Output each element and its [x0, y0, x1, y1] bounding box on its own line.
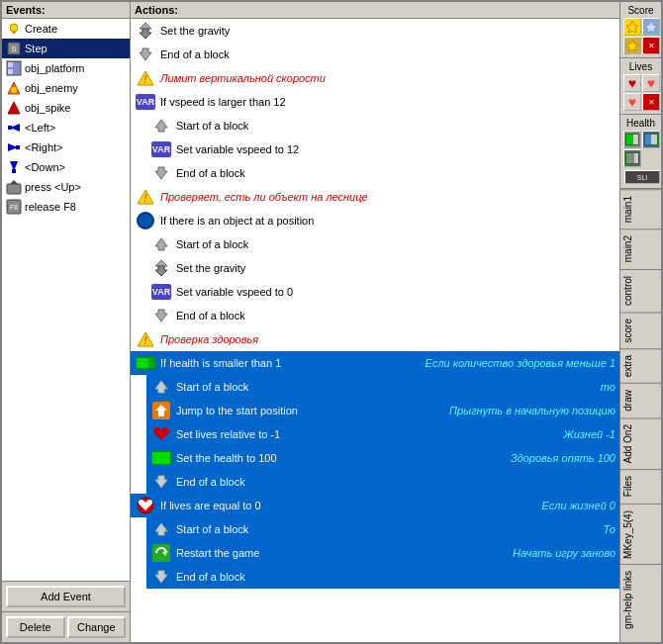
- event-release-f8[interactable]: F8 release F8: [2, 197, 130, 217]
- tab-score[interactable]: score: [620, 312, 661, 348]
- lives-icon-3[interactable]: ♥: [623, 93, 641, 111]
- action-start-block-1[interactable]: Start of a block: [146, 114, 619, 138]
- action-end-block-text-3: End of a block: [176, 310, 616, 322]
- action-end-block-4[interactable]: End of a block: [146, 470, 619, 494]
- tab-control[interactable]: control: [620, 269, 661, 312]
- action-set-vspeed-0-text: Set variable vspeed to 0: [176, 286, 616, 298]
- gravity-icon-1: [135, 20, 156, 42]
- event-obj-spike[interactable]: obj_spike: [2, 98, 130, 118]
- event-down-label: <Down>: [25, 161, 65, 173]
- var-icon-3: VAR: [150, 281, 172, 303]
- action-set-gravity-text-2: Set the gravity: [176, 262, 616, 274]
- action-if-lives-comment: Если жизней 0: [542, 500, 616, 511]
- warning-icon-1: !: [135, 67, 156, 89]
- tab-extra[interactable]: extra: [620, 348, 661, 383]
- tab-addon2[interactable]: Add On2: [620, 417, 661, 469]
- platform-icon: [6, 60, 22, 76]
- end-block-icon-1: [135, 44, 156, 65]
- event-obj-enemy[interactable]: obj_enemy: [2, 78, 130, 98]
- health-icon-3[interactable]: [623, 149, 641, 167]
- action-if-health[interactable]: If health is smaller than 1 Если количес…: [131, 351, 619, 375]
- action-start-block-2[interactable]: Start of a block: [146, 232, 619, 256]
- svg-rect-15: [12, 169, 16, 173]
- tab-mkey[interactable]: MKey_5(4): [620, 504, 661, 565]
- action-set-gravity-2[interactable]: Set the gravity: [146, 256, 619, 280]
- event-obj-platform[interactable]: obj_platform: [2, 58, 130, 78]
- tab-gmhelp[interactable]: gm-help links: [620, 564, 661, 635]
- health-icon-4[interactable]: SLI: [624, 170, 660, 184]
- svg-marker-49: [645, 21, 657, 33]
- comment-health: ! Проверка здоровья: [131, 327, 619, 351]
- left-arrow-icon: [6, 120, 22, 136]
- event-step[interactable]: S Step: [2, 39, 130, 58]
- start-block-icon-4: [150, 518, 172, 540]
- health-set-icon: [150, 447, 172, 469]
- lives-icon-2[interactable]: ♥: [642, 74, 660, 92]
- event-press-up[interactable]: press <Up>: [2, 177, 130, 197]
- action-if-vspeed-text: If vspeed is larger than 12: [160, 96, 616, 108]
- score-icon-4[interactable]: ✕: [642, 37, 660, 54]
- events-buttons: Add Event: [2, 581, 130, 611]
- action-set-gravity-1[interactable]: Set the gravity: [131, 19, 619, 43]
- action-if-object-text: If there is an object at a position: [160, 215, 616, 227]
- action-start-block-4-comment: То: [604, 523, 616, 535]
- lives-section: Lives ♥ ♥ ♥ ✕: [620, 58, 661, 115]
- action-if-vspeed[interactable]: VAR If vspeed is larger than 12: [131, 90, 619, 114]
- change-button[interactable]: Change: [67, 616, 127, 638]
- step-icon: S: [6, 41, 22, 56]
- tab-main1[interactable]: main1: [620, 189, 661, 229]
- event-create-label: Create: [25, 23, 57, 35]
- health-icon-1[interactable]: [623, 131, 641, 148]
- circle-blue-icon: [135, 210, 156, 231]
- svg-marker-22: [140, 48, 151, 60]
- svg-marker-25: [155, 120, 167, 132]
- event-create[interactable]: Create: [2, 19, 130, 39]
- restart-icon: [150, 542, 172, 564]
- action-end-block-5[interactable]: End of a block: [146, 565, 619, 589]
- delete-button[interactable]: Delete: [6, 616, 65, 638]
- tab-main2[interactable]: main2: [620, 229, 661, 268]
- comment-ladder: ! Проверяет, есть ли объект на лесницe: [131, 185, 619, 209]
- action-set-vspeed-0[interactable]: VAR Set variable vspeed to 0: [146, 280, 619, 304]
- comment-ladder-text: Проверяет, есть ли объект на лесницe: [160, 191, 368, 203]
- var-icon-2: VAR: [150, 138, 172, 160]
- score-icon-2[interactable]: [642, 18, 660, 36]
- action-set-vspeed-12[interactable]: VAR Set variable vspeed to 12: [146, 138, 619, 161]
- event-right-label: <Right>: [25, 141, 63, 153]
- action-start-block-3[interactable]: Start of a block то: [146, 375, 619, 399]
- event-left[interactable]: <Left>: [2, 118, 130, 138]
- right-sidebar: Score ✕ Lives ♥ ♥ ♥ ✕: [619, 2, 661, 642]
- svg-marker-9: [8, 102, 20, 114]
- add-event-button[interactable]: Add Event: [6, 586, 126, 607]
- actions-panel: Actions: Set the gravity: [131, 2, 619, 642]
- lives-icon-1[interactable]: ♥: [623, 74, 641, 92]
- action-set-lives[interactable]: Set lives relative to -1 Жизней -1: [146, 422, 619, 446]
- action-end-block-2[interactable]: End of a block: [146, 161, 619, 185]
- action-restart[interactable]: Restart the game Начать игру заново: [146, 541, 619, 565]
- action-end-block-3[interactable]: End of a block: [146, 304, 619, 327]
- action-start-block-4[interactable]: Start of a block То: [146, 517, 619, 541]
- tab-files[interactable]: Files: [620, 469, 661, 503]
- events-buttons-2: Delete Change: [2, 611, 130, 642]
- svg-marker-42: [155, 476, 167, 488]
- score-icon-1[interactable]: [623, 18, 641, 36]
- action-jump-start[interactable]: Jump to the start position Прыгнуть в на…: [146, 399, 619, 422]
- end-block-icon-4: [150, 471, 172, 493]
- score-icon-3[interactable]: [623, 37, 641, 54]
- health-icon-2[interactable]: [642, 131, 660, 148]
- action-if-object[interactable]: If there is an object at a position: [131, 209, 619, 232]
- action-if-lives[interactable]: If lives are equal to 0 Если жизней 0: [131, 494, 619, 517]
- tab-draw[interactable]: draw: [620, 383, 661, 417]
- health-icon: [135, 352, 156, 374]
- action-set-health[interactable]: Set the health to 100 Здоровья опять 100: [146, 446, 619, 470]
- event-down[interactable]: <Down>: [2, 157, 130, 177]
- lives-icon-4[interactable]: ✕: [642, 93, 660, 111]
- comment-speed-limit: ! Лимит вертикальной скорости: [131, 66, 619, 90]
- svg-point-0: [10, 24, 18, 32]
- action-jump-start-text: Jump to the start position: [176, 405, 437, 416]
- actions-list[interactable]: Set the gravity End of a block !: [131, 19, 619, 642]
- event-obj-enemy-label: obj_enemy: [25, 82, 78, 94]
- event-right[interactable]: <Right>: [2, 138, 130, 157]
- end-block-icon-5: [150, 566, 172, 588]
- action-end-block-1[interactable]: End of a block: [131, 43, 619, 66]
